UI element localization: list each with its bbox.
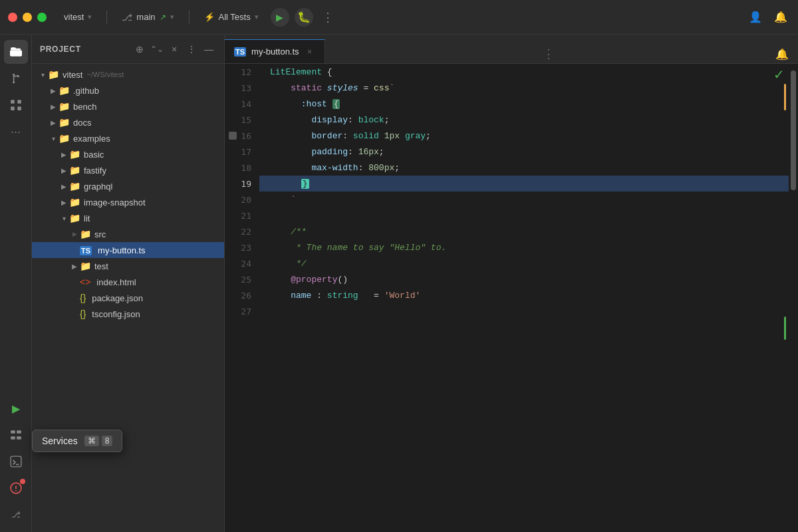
branch-name: main — [136, 12, 155, 22]
titlebar-divider-1 — [106, 11, 107, 24]
tab-my-button[interactable]: TS my-button.ts × — [225, 39, 325, 63]
minimize-sidebar-button[interactable]: — — [201, 42, 216, 57]
sidebar-item-terminal[interactable] — [4, 450, 28, 473]
tree-item-examples[interactable]: ▾ 📁 examples — [32, 130, 224, 146]
tree-root[interactable]: ▾ 📁 vitest ~/WS/vitest — [32, 66, 224, 82]
user-icon[interactable]: 👤 — [746, 8, 765, 27]
app-name-section[interactable]: vitest ▾ — [57, 9, 98, 25]
sidebar-item-problems[interactable] — [4, 476, 28, 500]
sidebar-item-run[interactable]: ▶ — [4, 396, 28, 420]
src-folder-icon: 📁 — [80, 229, 91, 239]
code-line-27 — [259, 303, 789, 319]
activity-bar: ··· ▶ — [0, 35, 32, 532]
code-line-14: :host { — [259, 96, 789, 112]
line-num-23: 23 — [225, 239, 259, 255]
tests-label: All Tests — [219, 12, 251, 22]
line-num-18: 18 — [225, 160, 259, 176]
code-line-24: */ — [259, 255, 789, 271]
close-sidebar-button[interactable]: × — [167, 42, 182, 57]
tree-item-graphql[interactable]: ▶ 📁 graphql — [32, 178, 224, 194]
sidebar-item-services[interactable] — [4, 423, 28, 447]
more-options-button[interactable]: ⋮ — [319, 8, 337, 27]
token-host: :host — [301, 99, 327, 109]
basic-arrow-icon: ▶ — [59, 151, 69, 158]
lit-folder-name: lit — [84, 213, 90, 223]
token-name-prop: name — [291, 291, 311, 301]
collapse-all-button[interactable]: ⌃⌄ — [150, 42, 164, 57]
src-folder-name: src — [94, 229, 106, 239]
tree-item-package-json[interactable]: {} package.json — [32, 290, 224, 306]
svg-point-16 — [15, 490, 17, 491]
notifications-bell-icon[interactable]: 🔔 — [773, 45, 791, 63]
tree-item-image-snapshot[interactable]: ▶ 📁 image-snapshot — [32, 194, 224, 210]
tree-item-test[interactable]: ▶ 📁 test — [32, 258, 224, 274]
tree-item-my-button[interactable]: TS my-button.ts — [32, 242, 224, 258]
shortcut-key: 8 — [102, 436, 113, 446]
scrollbar-thumb[interactable] — [791, 70, 796, 190]
sidebar-title: Project — [40, 45, 127, 54]
editor-area: TS my-button.ts × ⋮ 🔔 12 13 14 15 16 — [225, 35, 798, 532]
svg-rect-9 — [17, 430, 21, 434]
examples-folder-name: examples — [73, 134, 110, 144]
fastify-arrow-icon: ▶ — [59, 167, 69, 174]
tsconfig-json-name: tsconfig.json — [92, 309, 140, 319]
svg-rect-7 — [17, 106, 21, 110]
notifications-icon[interactable]: 🔔 — [771, 8, 790, 27]
code-line-20: ` — [259, 192, 789, 207]
code-line-15: display: block; — [259, 112, 789, 128]
token-css-fn: css — [374, 83, 389, 93]
sidebar-item-extensions[interactable] — [4, 93, 28, 117]
tree-item-basic[interactable]: ▶ 📁 basic — [32, 146, 224, 162]
fastify-folder-icon: 📁 — [69, 165, 80, 176]
tree-item-docs[interactable]: ▶ 📁 docs — [32, 114, 224, 130]
tree-item-index-html[interactable]: <> index.html — [32, 274, 224, 290]
graphql-folder-icon: 📁 — [69, 181, 80, 192]
git-icon — [10, 72, 22, 84]
token-solid: solid — [353, 131, 379, 141]
scrollbar-track[interactable] — [789, 64, 798, 532]
run-button[interactable]: ▶ — [271, 8, 289, 27]
branch-section[interactable]: ⎇ main ↗ ▾ — [115, 9, 180, 25]
examples-arrow-icon: ▾ — [48, 135, 59, 142]
tree-item-github[interactable]: ▶ 📁 .github — [32, 82, 224, 98]
token-litelement: LitElement — [270, 67, 322, 77]
image-snapshot-folder-icon: 📁 — [69, 197, 80, 207]
maximize-button[interactable] — [37, 13, 47, 22]
tree-item-src[interactable]: ▶ 📁 src — [32, 226, 224, 242]
sidebar-item-explorer[interactable] — [4, 40, 28, 64]
editor-more-button[interactable]: ⋮ — [539, 45, 558, 63]
services-shortcut: ⌘ 8 — [84, 436, 113, 446]
debug-button[interactable]: 🐛 — [295, 8, 313, 27]
code-line-26: name : string = 'World' — [259, 287, 789, 303]
titlebar: vitest ▾ ⎇ main ↗ ▾ ⚡ All Tests ▾ ▶ 🐛 ⋮ … — [0, 0, 798, 35]
token-static: static — [291, 83, 322, 93]
activity-bar-bottom: ▶ — [4, 396, 28, 527]
tab-filename: my-button.ts — [251, 47, 299, 57]
line-num-19: 19 — [225, 176, 259, 192]
token-jsdoc-close: */ — [296, 259, 307, 269]
code-content[interactable]: LitElement { static styles = css` :host … — [259, 64, 789, 532]
github-folder-icon: 📁 — [59, 85, 70, 96]
code-line-19: } — [259, 176, 789, 192]
tree-item-bench[interactable]: ▶ 📁 bench — [32, 98, 224, 114]
tree-item-lit[interactable]: ▾ 📁 lit — [32, 210, 224, 226]
minimize-button[interactable] — [23, 13, 32, 22]
new-file-button[interactable]: ⊕ — [132, 42, 147, 57]
image-snapshot-arrow-icon: ▶ — [59, 199, 69, 206]
tab-actions: ⋮ — [533, 45, 565, 63]
sidebar-item-git[interactable] — [4, 66, 28, 90]
docs-folder-name: docs — [73, 118, 91, 128]
lit-folder-icon: 📁 — [69, 213, 80, 223]
code-editor: 12 13 14 15 16 17 18 19 20 21 22 23 24 2… — [225, 64, 798, 532]
tab-close-button[interactable]: × — [305, 47, 315, 57]
close-button[interactable] — [8, 13, 17, 22]
tree-item-tsconfig-json[interactable]: {} tsconfig.json — [32, 306, 224, 322]
line-num-12: 12 — [225, 64, 259, 80]
sidebar-item-git-branch[interactable]: ⎇ — [4, 503, 28, 527]
tests-section[interactable]: ⚡ All Tests ▾ — [198, 9, 265, 25]
code-line-22: /** — [259, 223, 789, 239]
tree-item-fastify[interactable]: ▶ 📁 fastify — [32, 162, 224, 178]
sidebar-item-more[interactable]: ··· — [4, 120, 28, 144]
src-arrow-icon: ▶ — [69, 231, 80, 237]
more-sidebar-button[interactable]: ⋮ — [184, 42, 199, 57]
